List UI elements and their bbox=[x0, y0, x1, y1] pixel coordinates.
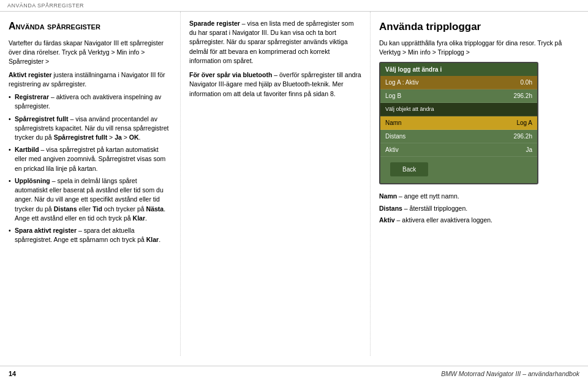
right-column: Använda tripploggar Du kan upprätthålla … bbox=[371, 12, 588, 356]
screen-row-aktiv: Aktiv Ja bbox=[380, 143, 537, 157]
screen-row-distans: Distans 296.2h bbox=[380, 130, 537, 143]
screen-row-log-a: Log A : Aktiv 0.0h bbox=[380, 76, 537, 89]
screen-section-header: Välj objekt att ändra bbox=[380, 103, 537, 117]
section-header-text: Välj objekt att ändra bbox=[385, 105, 434, 114]
header-title: Använda spårregister bbox=[7, 2, 84, 9]
aktivt-register-para: Aktivt register justera inställningarna … bbox=[9, 70, 172, 89]
sparade-register-label: Sparade register bbox=[189, 20, 240, 27]
page-number: 14 bbox=[9, 370, 16, 377]
bluetooth-label: För över spår via bluetooth bbox=[189, 71, 272, 78]
screen-row-value: 296.2h bbox=[513, 91, 532, 100]
screen-row-value: 296.2h bbox=[513, 132, 532, 141]
screen-row-value: Ja bbox=[526, 145, 532, 154]
bullet-label-0: Registrerar bbox=[15, 93, 49, 100]
left-column: Använda spårregister Vartefter du färdas… bbox=[0, 12, 181, 356]
screen-row-label: Distans bbox=[385, 132, 405, 141]
list-item: Registrerar – aktivera och avaktivera in… bbox=[9, 92, 172, 111]
screen-row-label: Log B bbox=[385, 91, 401, 100]
bullet-label-4: Spara aktivt register bbox=[15, 227, 77, 234]
def-aktiv: Aktiv – aktivera eller avaktivera loggen… bbox=[379, 216, 579, 225]
list-item: Spara aktivt register – spara det aktuel… bbox=[9, 226, 172, 244]
screen-row-label: Aktiv bbox=[385, 145, 399, 154]
screen-row-label: Namn bbox=[385, 118, 402, 127]
book-title: BMW Motorrad Navigator III – användarhan… bbox=[441, 370, 579, 377]
bullet-label-3: Upplösning bbox=[15, 177, 50, 184]
page-header: Använda spårregister bbox=[0, 0, 588, 12]
bullet-list: Registrerar – aktivera och avaktivera in… bbox=[9, 92, 172, 244]
bluetooth-para: För över spår via bluetooth – överför sp… bbox=[189, 70, 361, 99]
screen-title: Välj logg att ändra i bbox=[380, 63, 537, 76]
list-item: Kartbild – visa spårregistret på kartan … bbox=[9, 145, 172, 173]
screen-back-button[interactable]: Back bbox=[390, 162, 428, 176]
main-content: Använda spårregister Vartefter du färdas… bbox=[0, 12, 588, 356]
right-intro: Du kan upprätthålla fyra olika tripplogg… bbox=[379, 39, 579, 57]
screen-row-namn-header: Namn Log A bbox=[380, 116, 537, 130]
def-distans: Distans – återställ tripploggen. bbox=[379, 204, 579, 213]
list-item: Upplösning – spela in delmål längs spåre… bbox=[9, 176, 172, 223]
bullet-label-1: Spårregistret fullt bbox=[15, 115, 69, 123]
definitions-section: Namn – ange ett nytt namn. Distans – åte… bbox=[379, 192, 579, 225]
screen-row-label: Log A : Aktiv bbox=[385, 78, 418, 87]
left-intro: Vartefter du färdas skapar Navigator III… bbox=[9, 39, 172, 67]
left-heading: Använda spårregister bbox=[9, 19, 172, 34]
aktivt-register-label: Aktivt register bbox=[9, 71, 52, 78]
screen-row-value: Log A bbox=[516, 118, 532, 127]
page-footer: 14 BMW Motorrad Navigator III – användar… bbox=[0, 366, 588, 381]
mid-column: Sparade register – visa en lista med de … bbox=[181, 12, 371, 356]
screen-back-area: Back bbox=[380, 157, 537, 183]
screen-row-log-b: Log B 296.2h bbox=[380, 89, 537, 103]
screen-row-value: 0.0h bbox=[521, 78, 532, 87]
bullet-label-2: Kartbild bbox=[15, 146, 39, 153]
list-item: Spårregistret fullt – visa använd procen… bbox=[9, 115, 172, 143]
def-namn: Namn – ange ett nytt namn. bbox=[379, 192, 579, 201]
device-screen: Välj logg att ändra i Log A : Aktiv 0.0h… bbox=[379, 62, 538, 185]
sparade-register-para: Sparade register – visa en lista med de … bbox=[189, 19, 361, 66]
right-heading: Använda tripploggar bbox=[379, 19, 579, 35]
